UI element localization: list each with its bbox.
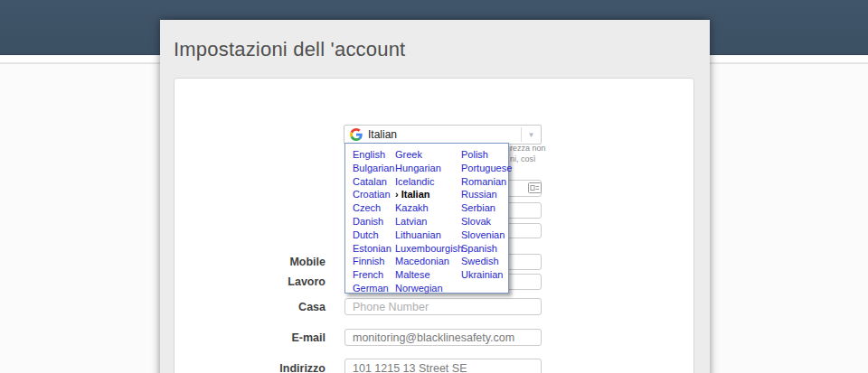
email-field[interactable] (344, 329, 542, 346)
language-option[interactable]: Romanian (461, 175, 512, 189)
settings-form-panel: Italian ▼ rezza non ni, così Mobile (174, 78, 694, 373)
language-option[interactable]: Portuguese (461, 162, 512, 175)
language-option[interactable]: Finnish (353, 255, 395, 268)
page-title: Impostazioni dell 'account (174, 38, 405, 61)
address-field[interactable] (344, 359, 542, 373)
work-phone-label: Lavoro (175, 274, 335, 290)
language-option[interactable]: Icelandic (395, 175, 461, 189)
home-phone-field[interactable] (344, 298, 542, 315)
language-option[interactable]: Latvian (395, 215, 461, 228)
language-option[interactable]: Hungarian (395, 162, 461, 175)
email-label: E-mail (175, 329, 335, 346)
language-option[interactable]: French (353, 268, 395, 282)
language-option[interactable]: Serbian (461, 201, 512, 215)
language-option[interactable]: Ukrainian (461, 268, 512, 282)
language-select[interactable]: Italian ▼ (344, 125, 542, 145)
language-option[interactable]: Spanish (461, 242, 512, 256)
account-settings-card: Impostazioni dell 'account Italian ▼ rez… (160, 20, 710, 373)
partially-hidden-note: rezza non ni, così (510, 143, 591, 164)
language-option[interactable]: Estonian (353, 242, 395, 256)
home-phone-label: Casa (175, 298, 335, 315)
address-label: Indirizzo (175, 359, 335, 373)
language-option[interactable]: English (353, 148, 395, 162)
selected-language-label: Italian (368, 128, 521, 141)
language-option[interactable]: Greek (395, 148, 461, 162)
language-option[interactable]: Norwegian (395, 282, 461, 295)
mobile-label: Mobile (175, 254, 335, 270)
language-option[interactable]: Dutch (353, 228, 395, 242)
language-option[interactable]: Luxembourgish (395, 242, 461, 256)
form-row: Casa (175, 298, 695, 315)
language-option[interactable]: Slovenian (461, 228, 512, 242)
language-option[interactable]: Danish (353, 215, 395, 228)
language-option[interactable]: German (353, 282, 395, 295)
form-row: E-mail (175, 329, 695, 346)
language-dropdown: EnglishBulgarianCatalanCroatianCzechDani… (344, 143, 509, 294)
language-option[interactable]: Macedonian (395, 255, 461, 268)
language-option[interactable]: Catalan (353, 175, 395, 189)
language-option[interactable]: Croatian (353, 188, 395, 201)
language-option[interactable]: Slovak (461, 215, 512, 228)
language-option[interactable]: Swedish (461, 255, 512, 268)
form-row: Indirizzo (175, 359, 695, 373)
contact-card-icon[interactable] (528, 182, 542, 193)
language-option[interactable]: Russian (461, 188, 512, 201)
language-option[interactable]: Lithuanian (395, 228, 461, 242)
language-option[interactable]: Bulgarian (353, 162, 395, 175)
language-option[interactable]: Polish (461, 148, 512, 162)
language-option[interactable]: Maltese (395, 268, 461, 282)
chevron-down-icon: ▼ (521, 127, 541, 142)
language-option[interactable]: › Italian (395, 188, 461, 201)
note-fragment-2: ni, così (510, 154, 591, 164)
language-option[interactable]: Kazakh (395, 201, 461, 215)
language-option[interactable]: Czech (353, 201, 395, 215)
google-g-icon (350, 128, 363, 141)
